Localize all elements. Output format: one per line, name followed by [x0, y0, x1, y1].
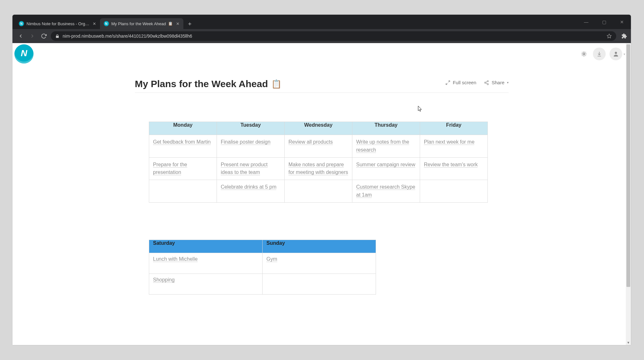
brand-letter: N [21, 48, 27, 58]
weekdays-table: Monday Tuesday Wednesday Thursday Friday… [149, 122, 488, 203]
browser-tab-0[interactable]: N Nimbus Note for Business - Org… ✕ [15, 18, 100, 29]
task-cell[interactable]: Review the team's work [420, 157, 488, 180]
tab-title: Nimbus Note for Business - Org… [27, 21, 89, 26]
extensions-icon[interactable] [621, 33, 627, 39]
download-button[interactable] [593, 48, 606, 60]
task-cell[interactable] [420, 180, 488, 203]
task-link[interactable]: Finalise poster design [221, 139, 271, 145]
browser-window: N Nimbus Note for Business - Org… ✕ N My… [12, 15, 631, 345]
col-wednesday: Wednesday [285, 122, 352, 135]
task-cell[interactable] [149, 180, 217, 203]
browser-titlebar: N Nimbus Note for Business - Org… ✕ N My… [12, 15, 631, 29]
forward-button[interactable] [28, 32, 37, 41]
task-cell[interactable]: Make notes and prepare for meeting with … [285, 157, 352, 180]
task-link[interactable]: Gym [266, 256, 277, 262]
browser-tab-1[interactable]: N My Plans for the Week Ahead 📋 ✕ [100, 18, 183, 29]
brand-logo[interactable]: N [14, 44, 34, 64]
title-text: My Plans for the Week Ahead [135, 79, 268, 89]
account-button[interactable] [610, 48, 622, 60]
task-link[interactable]: Review all products [288, 139, 333, 145]
col-monday: Monday [149, 122, 217, 135]
svg-line-5 [586, 56, 586, 56]
svg-point-13 [487, 83, 488, 85]
document-actions: Full screen Share ▾ [445, 80, 509, 85]
task-link[interactable]: Present new product ideas to the team [221, 162, 268, 176]
task-link[interactable]: Get feedback from Martin [153, 139, 211, 145]
svg-point-1 [583, 53, 585, 55]
address-input[interactable]: nim-prod.nimbusweb.me/s/share/4410121/90… [51, 31, 616, 41]
window-controls: — ▢ ✕ [577, 15, 631, 29]
task-cell[interactable]: Get feedback from Martin [149, 135, 217, 158]
close-window-button[interactable]: ✕ [613, 15, 631, 29]
task-cell[interactable]: Present new product ideas to the team [217, 157, 285, 180]
weekend-table: Saturday Sunday Lunch with Michelle Gym … [149, 240, 376, 295]
task-link[interactable]: Plan next week for me [424, 139, 474, 145]
browser-addressbar: nim-prod.nimbusweb.me/s/share/4410121/90… [12, 29, 631, 43]
account-caret-icon[interactable]: ▾ [624, 52, 625, 56]
task-link[interactable]: Summer campaign review [356, 162, 415, 168]
close-icon[interactable]: ✕ [93, 21, 96, 26]
task-link[interactable]: Lunch with Michelle [153, 256, 198, 262]
task-cell[interactable]: Plan next week for me [420, 135, 488, 158]
minimize-button[interactable]: — [577, 15, 595, 29]
table-header-row: Monday Tuesday Wednesday Thursday Friday [149, 122, 488, 135]
task-cell[interactable]: Customer research Skype at 1am [352, 180, 420, 203]
back-button[interactable] [16, 32, 25, 41]
svg-line-4 [582, 52, 582, 52]
reload-button[interactable] [39, 32, 48, 41]
fullscreen-label: Full screen [453, 80, 476, 85]
task-link[interactable]: Prepare for the presentation [153, 162, 187, 176]
new-tab-button[interactable]: ＋ [185, 19, 194, 28]
task-link[interactable]: Shopping [153, 277, 175, 283]
scrollbar-thumb[interactable] [626, 44, 630, 287]
task-cell[interactable]: Gym [263, 253, 376, 274]
col-sunday: Sunday [263, 240, 376, 253]
table-row: Prepare for the presentation Present new… [149, 157, 488, 180]
task-link[interactable]: Celebrate drinks at 5 pm [221, 184, 276, 190]
svg-point-10 [615, 52, 617, 54]
col-friday: Friday [420, 122, 488, 135]
url-text: nim-prod.nimbusweb.me/s/share/4410121/90… [63, 34, 603, 39]
task-link[interactable]: Make notes and prepare for meeting with … [288, 162, 348, 176]
svg-point-12 [485, 82, 486, 83]
bookmark-star-icon[interactable] [607, 34, 612, 39]
task-cell[interactable]: Review all products [285, 135, 352, 158]
share-icon [484, 80, 489, 85]
task-link[interactable]: Review the team's work [424, 162, 478, 168]
task-link[interactable]: Write up notes from the research [356, 139, 409, 153]
document: Full screen Share ▾ My Plans for the Wee… [135, 79, 509, 295]
scroll-down-arrow-icon[interactable]: ▼ [626, 340, 631, 345]
fullscreen-button[interactable]: Full screen [445, 80, 476, 85]
col-tuesday: Tuesday [217, 122, 285, 135]
table-header-row: Saturday Sunday [149, 240, 376, 253]
share-label: Share [492, 80, 504, 85]
task-cell[interactable]: Lunch with Michelle [149, 253, 263, 274]
task-cell[interactable] [263, 274, 376, 294]
close-icon[interactable]: ✕ [176, 21, 180, 26]
task-cell[interactable]: Shopping [149, 274, 263, 294]
theme-toggle-button[interactable] [579, 49, 589, 59]
maximize-button[interactable]: ▢ [595, 15, 613, 29]
svg-point-11 [487, 80, 488, 82]
task-cell[interactable] [285, 180, 352, 203]
browser-tabs: N Nimbus Note for Business - Org… ✕ N My… [12, 15, 194, 29]
svg-line-8 [582, 56, 582, 56]
expand-icon [445, 80, 450, 85]
task-cell[interactable]: Write up notes from the research [352, 135, 420, 158]
task-cell[interactable]: Celebrate drinks at 5 pm [217, 180, 285, 203]
scrollbar[interactable]: ▲ ▼ [626, 43, 631, 345]
table-row: Get feedback from Martin Finalise poster… [149, 135, 488, 158]
svg-line-9 [586, 52, 586, 52]
nimbus-favicon-icon: N [104, 21, 109, 26]
share-button[interactable]: Share ▾ [484, 80, 509, 85]
task-cell[interactable]: Summer campaign review [352, 157, 420, 180]
table-row: Shopping [149, 274, 376, 294]
app-topbar: N ▾ [12, 43, 631, 65]
task-cell[interactable]: Prepare for the presentation [149, 157, 217, 180]
task-link[interactable]: Customer research Skype at 1am [356, 184, 415, 198]
title-divider [135, 93, 509, 93]
task-cell[interactable]: Finalise poster design [217, 135, 285, 158]
chevron-down-icon: ▾ [507, 81, 509, 84]
clipboard-icon: 📋 [271, 79, 281, 89]
svg-line-14 [486, 83, 487, 84]
